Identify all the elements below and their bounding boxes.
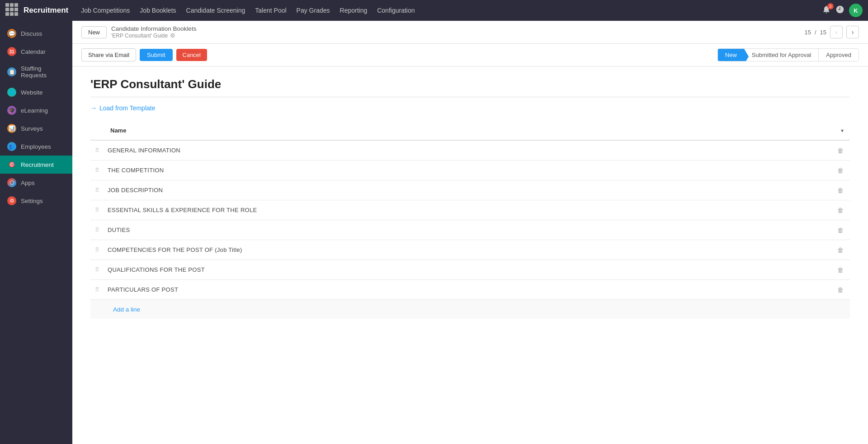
share-email-button[interactable]: Share via Email [81,48,136,61]
elearning-icon: 🎓 [7,106,16,115]
delete-row-0[interactable]: 🗑 [831,142,850,159]
arrow-right-icon: → [90,104,97,112]
breadcrumb-text: Candidate Information Booklets 'ERP Cons… [111,25,196,39]
sidebar-label-calendar: Calendar [21,48,46,55]
grid-menu-icon[interactable] [5,3,20,18]
sidebar-item-staffing[interactable]: 📋 Staffing Requests [0,61,72,83]
apps-icon: ⬡ [7,178,16,187]
status-bar: New Submitted for Approval Approved [717,48,859,61]
breadcrumb-left: New Candidate Information Booklets 'ERP … [81,25,196,39]
row-name-7: PARTICULARS OF POST [104,280,831,299]
row-name-6: QUALIFICATIONS FOR THE POST [104,260,831,279]
row-name-2: JOB DESCRIPTION [104,180,831,200]
row-name-0: GENERAL INFORMATION [104,141,831,160]
nav-configuration[interactable]: Configuration [373,4,419,17]
top-nav-right: 2 K [822,4,863,17]
cancel-button[interactable]: Cancel [176,49,207,61]
nav-job-booklets[interactable]: Job Booklets [135,4,180,17]
delete-row-3[interactable]: 🗑 [831,202,850,218]
drag-handle-0[interactable]: ⠿ [90,141,104,160]
top-nav: Recruitment Job Competitions Job Booklet… [0,0,868,21]
sidebar-item-recruitment[interactable]: 🎯 Recruitment [0,156,72,174]
settings-icon: ⚙ [7,196,16,205]
sidebar-item-discuss[interactable]: 💬 Discuss [0,24,72,43]
sidebar-label-settings: Settings [21,198,43,204]
name-col-header: Name [107,124,835,137]
sidebar-item-website[interactable]: 🌐 Website [0,83,72,101]
drag-handle-3[interactable]: ⠿ [90,200,104,220]
delete-row-6[interactable]: 🗑 [831,262,850,278]
nav-pay-grades[interactable]: Pay Grades [292,4,335,17]
delete-row-1[interactable]: 🗑 [831,162,850,179]
toolbar: Share via Email Submit Cancel New Submit… [72,44,868,66]
delete-row-2[interactable]: 🗑 [831,182,850,198]
record-settings-icon[interactable]: ⚙ [170,32,175,39]
sidebar-label-elearning: eLearning [21,107,48,114]
drag-handle-5[interactable]: ⠿ [90,240,104,260]
prev-record-button[interactable]: ‹ [830,26,843,38]
nav-job-competitions[interactable]: Job Competitions [76,4,134,17]
next-record-button[interactable]: › [846,26,859,38]
table-row: ⠿ GENERAL INFORMATION 🗑 [90,141,850,161]
main-layout: 💬 Discuss 31 Calendar 📋 Staffing Request… [0,21,868,444]
user-avatar[interactable]: K [849,4,863,17]
table-header-row: Name ▾ [90,121,850,141]
sidebar-label-website: Website [21,89,43,96]
notification-badge: 2 [827,3,834,9]
breadcrumb-parent: Candidate Information Booklets [111,25,196,32]
status-new[interactable]: New [718,49,745,61]
drag-handle-1[interactable]: ⠿ [90,161,104,180]
submit-button[interactable]: Submit [140,49,172,61]
sidebar-item-settings[interactable]: ⚙ Settings [0,192,72,210]
table-row: ⠿ JOB DESCRIPTION 🗑 [90,180,850,200]
content-area: New Candidate Information Booklets 'ERP … [72,21,868,444]
nav-reporting[interactable]: Reporting [335,4,372,17]
notification-icon[interactable]: 2 [822,5,831,16]
sidebar-label-employees: Employees [21,143,51,150]
sort-chevron-icon[interactable]: ▾ [835,123,850,137]
sidebar-item-calendar[interactable]: 31 Calendar [0,43,72,61]
delete-row-7[interactable]: 🗑 [831,282,850,298]
form-title: 'ERP Consultant' Guide [90,77,850,97]
pagination-current: 15 [804,29,811,36]
sidebar-label-staffing: Staffing Requests [21,65,65,79]
table-row: ⠿ ESSENTIAL SKILLS & EXPERIENCE FOR THE … [90,200,850,220]
new-record-button[interactable]: New [81,26,107,38]
sidebar: 💬 Discuss 31 Calendar 📋 Staffing Request… [0,21,72,444]
row-name-3: ESSENTIAL SKILLS & EXPERIENCE FOR THE RO… [104,200,831,220]
add-line-button[interactable]: Add a line [113,306,140,313]
staffing-icon: 📋 [7,67,16,76]
status-submitted[interactable]: Submitted for Approval [745,49,819,61]
drag-handle-6[interactable]: ⠿ [90,260,104,279]
table-row: ⠿ QUALIFICATIONS FOR THE POST 🗑 [90,260,850,280]
sidebar-item-employees[interactable]: 👥 Employees [0,137,72,156]
surveys-icon: 📊 [7,124,16,133]
sidebar-label-recruitment: Recruitment [21,161,54,168]
nav-candidate-screening[interactable]: Candidate Screening [182,4,250,17]
delete-row-5[interactable]: 🗑 [831,242,850,258]
sidebar-item-surveys[interactable]: 📊 Surveys [0,119,72,137]
table-row: ⠿ THE COMPETITION 🗑 [90,161,850,180]
load-template-button[interactable]: → Load from Template [90,104,850,112]
discuss-icon: 💬 [7,29,16,38]
clock-icon[interactable] [835,5,844,16]
table-row: ⠿ PARTICULARS OF POST 🗑 [90,280,850,300]
nav-talent-pool[interactable]: Talent Pool [250,4,291,17]
sidebar-label-surveys: Surveys [21,125,43,132]
app-logo: Recruitment [24,6,68,15]
sidebar-label-discuss: Discuss [21,30,42,37]
sidebar-item-elearning[interactable]: 🎓 eLearning [0,101,72,119]
drag-handle-2[interactable]: ⠿ [90,180,104,200]
recruitment-icon: 🎯 [7,160,16,169]
pagination-total: 15 [820,29,826,36]
table-row: ⠿ DUTIES 🗑 [90,220,850,240]
drag-handle-4[interactable]: ⠿ [90,220,104,240]
row-name-1: THE COMPETITION [104,161,831,180]
sidebar-item-apps[interactable]: ⬡ Apps [0,174,72,192]
row-name-4: DUTIES [104,220,831,240]
drag-handle-7[interactable]: ⠿ [90,280,104,299]
delete-row-4[interactable]: 🗑 [831,222,850,238]
sections-table: Name ▾ ⠿ GENERAL INFORMATION 🗑 ⠿ THE COM… [90,121,850,319]
calendar-icon: 31 [7,47,16,56]
status-approved[interactable]: Approved [819,49,859,61]
